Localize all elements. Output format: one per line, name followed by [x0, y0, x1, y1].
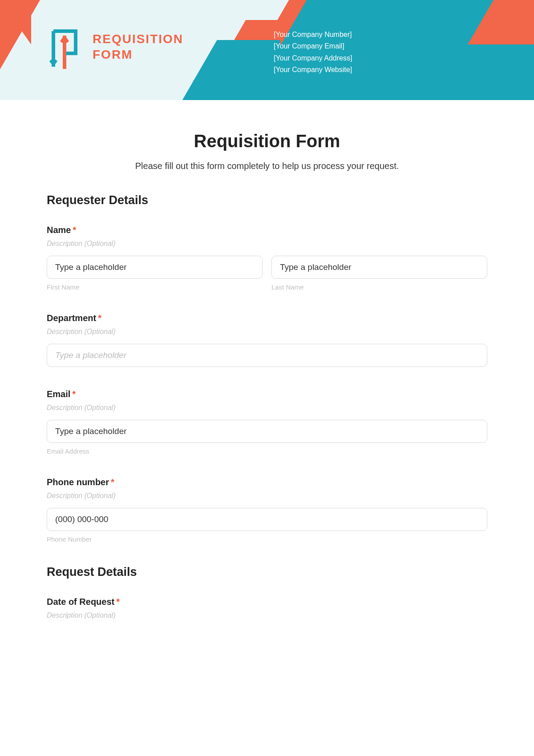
email-input[interactable]: [47, 420, 487, 443]
phone-sublabel: Phone Number: [47, 535, 487, 543]
last-name-sublabel: Last Name: [271, 283, 487, 291]
required-mark: *: [111, 477, 114, 487]
phone-label: Phone number *: [47, 477, 487, 487]
section-request-title: Request Details: [47, 565, 487, 579]
logo-icon: [49, 22, 80, 71]
last-name-input[interactable]: [271, 256, 487, 279]
email-description: Description (Optional): [47, 404, 487, 412]
section-requester-title: Requester Details: [47, 193, 487, 207]
date-description: Description (Optional): [47, 611, 487, 619]
required-mark: *: [98, 313, 101, 323]
required-mark: *: [72, 389, 76, 399]
header-shape-left: [0, 0, 31, 44]
company-number: [Your Company Number]: [274, 29, 352, 40]
email-label: Email *: [47, 389, 487, 399]
phone-input[interactable]: [47, 508, 487, 531]
first-name-input[interactable]: [47, 256, 263, 279]
department-input[interactable]: [47, 344, 487, 367]
name-label: Name *: [47, 225, 487, 235]
department-description: Description (Optional): [47, 328, 487, 336]
company-email: [Your Company Email]: [274, 40, 352, 52]
company-info: [Your Company Number] [Your Company Emai…: [274, 29, 352, 76]
required-mark: *: [116, 597, 120, 607]
form-content: Requisition Form Please fill out this fo…: [0, 100, 534, 659]
header-logo: REQUISITION FORM: [49, 22, 183, 71]
first-name-sublabel: First Name: [47, 283, 263, 291]
header-banner: REQUISITION FORM [Your Company Number] […: [0, 0, 534, 100]
field-date: Date of Request * Description (Optional): [47, 597, 487, 619]
form-title: Requisition Form: [47, 131, 487, 151]
field-name: Name * Description (Optional) First Name…: [47, 225, 487, 291]
name-description: Description (Optional): [47, 240, 487, 248]
field-phone: Phone number * Description (Optional) Ph…: [47, 477, 487, 543]
form-subtitle: Please fill out this form completely to …: [47, 161, 487, 171]
field-email: Email * Description (Optional) Email Add…: [47, 389, 487, 455]
company-address: [Your Company Address]: [274, 52, 352, 64]
required-mark: *: [73, 225, 76, 235]
phone-description: Description (Optional): [47, 492, 487, 500]
department-label: Department *: [47, 313, 487, 323]
company-website: [Your Company Website]: [274, 64, 352, 76]
email-sublabel: Email Address: [47, 447, 487, 455]
date-label: Date of Request *: [47, 597, 487, 607]
field-department: Department * Description (Optional): [47, 313, 487, 367]
